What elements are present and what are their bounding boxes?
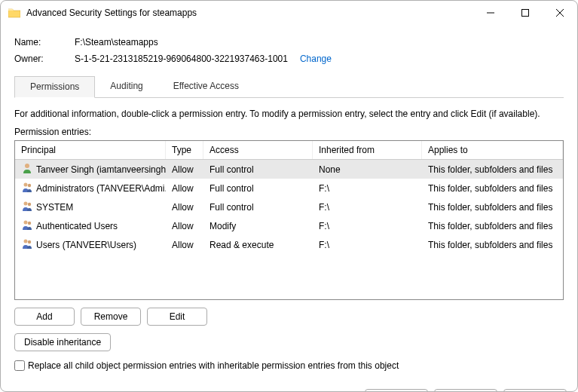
cell-type: Allow bbox=[166, 180, 203, 196]
svg-point-1 bbox=[25, 164, 29, 168]
cell-type: Allow bbox=[166, 161, 203, 177]
minimize-button[interactable] bbox=[473, 1, 508, 25]
window-controls bbox=[473, 1, 577, 25]
col-applies[interactable]: Applies to bbox=[422, 141, 563, 159]
user-icon bbox=[21, 181, 33, 195]
svg-point-8 bbox=[24, 240, 28, 243]
cell-inherited: F:\ bbox=[313, 199, 422, 215]
col-principal[interactable]: Principal bbox=[15, 141, 166, 159]
name-value: F:\Steam\steamapps bbox=[75, 37, 564, 47]
cell-principal: SYSTEM bbox=[15, 199, 166, 215]
cell-principal: Tanveer Singh (iamtanveersingh... bbox=[15, 161, 166, 177]
cell-principal: Users (TANVEER\Users) bbox=[15, 237, 166, 253]
cell-type: Allow bbox=[166, 199, 203, 215]
info-panel: Name: F:\Steam\steamapps Owner: S-1-5-21… bbox=[14, 37, 564, 64]
col-inherited[interactable]: Inherited from bbox=[313, 141, 422, 159]
table-row[interactable]: Administrators (TANVEER\Admi...AllowFull… bbox=[15, 179, 563, 198]
cell-applies: This folder, subfolders and files bbox=[422, 199, 563, 215]
col-access[interactable]: Access bbox=[203, 141, 313, 159]
principal-text: SYSTEM bbox=[36, 202, 73, 213]
svg-point-5 bbox=[28, 203, 31, 206]
cell-access: Modify bbox=[203, 218, 313, 234]
principal-text: Administrators (TANVEER\Admi... bbox=[36, 183, 166, 194]
add-button[interactable]: Add bbox=[14, 308, 75, 326]
cancel-button[interactable]: Cancel bbox=[434, 389, 497, 392]
svg-point-7 bbox=[28, 222, 31, 225]
cell-principal: Authenticated Users bbox=[15, 218, 166, 234]
tab-bar: Permissions Auditing Effective Access bbox=[14, 76, 564, 98]
table-empty-area bbox=[15, 254, 563, 299]
table-row[interactable]: Users (TANVEER\Users)AllowRead & execute… bbox=[15, 235, 563, 254]
change-owner-link[interactable]: Change bbox=[300, 54, 332, 64]
principal-text: Users (TANVEER\Users) bbox=[36, 240, 136, 250]
window-title: Advanced Security Settings for steamapps bbox=[26, 8, 473, 18]
permission-entries-table: Principal Type Access Inherited from App… bbox=[14, 140, 564, 300]
replace-child-label: Replace all child object permission entr… bbox=[28, 360, 399, 371]
svg-point-3 bbox=[28, 184, 31, 187]
cell-type: Allow bbox=[166, 218, 203, 234]
cell-access: Full control bbox=[203, 199, 313, 215]
cell-applies: This folder, subfolders and files bbox=[422, 161, 563, 177]
cell-principal: Administrators (TANVEER\Admi... bbox=[15, 180, 166, 196]
table-row[interactable]: Authenticated UsersAllowModifyF:\This fo… bbox=[15, 216, 563, 235]
cell-type: Allow bbox=[166, 237, 203, 253]
tab-auditing[interactable]: Auditing bbox=[95, 76, 157, 97]
cell-applies: This folder, subfolders and files bbox=[422, 180, 563, 196]
user-icon bbox=[21, 237, 33, 252]
svg-point-6 bbox=[24, 221, 28, 225]
folder-icon bbox=[8, 8, 20, 18]
cell-inherited: F:\ bbox=[313, 237, 422, 253]
replace-child-checkbox[interactable] bbox=[14, 360, 25, 371]
cell-access: Full control bbox=[203, 180, 313, 196]
col-type[interactable]: Type bbox=[166, 141, 203, 159]
tab-effective-access[interactable]: Effective Access bbox=[158, 76, 254, 97]
dialog-footer: OK Cancel Apply bbox=[1, 381, 577, 392]
ok-button[interactable]: OK bbox=[365, 389, 428, 392]
svg-point-9 bbox=[28, 240, 31, 243]
titlebar: Advanced Security Settings for steamapps bbox=[1, 1, 577, 25]
table-row[interactable]: Tanveer Singh (iamtanveersingh...AllowFu… bbox=[15, 160, 563, 179]
owner-value: S-1-5-21-2313185219-969064800-3221937463… bbox=[75, 54, 288, 64]
table-header: Principal Type Access Inherited from App… bbox=[15, 141, 563, 160]
user-icon bbox=[21, 200, 33, 214]
user-icon bbox=[21, 162, 33, 176]
remove-button[interactable]: Remove bbox=[81, 308, 141, 326]
cell-inherited: F:\ bbox=[313, 218, 422, 234]
principal-text: Authenticated Users bbox=[36, 221, 118, 231]
disable-inheritance-button[interactable]: Disable inheritance bbox=[14, 333, 111, 351]
cell-access: Read & execute bbox=[203, 237, 313, 253]
tab-permissions[interactable]: Permissions bbox=[14, 76, 95, 98]
help-text: For additional information, double-click… bbox=[14, 109, 564, 119]
cell-inherited: None bbox=[313, 161, 422, 177]
table-row[interactable]: SYSTEMAllowFull controlF:\This folder, s… bbox=[15, 198, 563, 216]
close-button[interactable] bbox=[543, 1, 577, 25]
maximize-button[interactable] bbox=[508, 1, 543, 25]
name-label: Name: bbox=[14, 37, 75, 47]
permission-entries-label: Permission entries: bbox=[14, 127, 564, 137]
svg-point-2 bbox=[24, 183, 28, 187]
apply-button[interactable]: Apply bbox=[503, 389, 567, 392]
svg-point-4 bbox=[24, 202, 28, 206]
cell-inherited: F:\ bbox=[313, 180, 422, 196]
table-body: Tanveer Singh (iamtanveersingh...AllowFu… bbox=[15, 160, 563, 254]
edit-button[interactable]: Edit bbox=[147, 308, 207, 326]
cell-applies: This folder, subfolders and files bbox=[422, 237, 563, 253]
svg-rect-0 bbox=[522, 10, 529, 17]
owner-label: Owner: bbox=[14, 54, 75, 64]
user-icon bbox=[21, 219, 33, 233]
cell-applies: This folder, subfolders and files bbox=[422, 218, 563, 234]
principal-text: Tanveer Singh (iamtanveersingh... bbox=[36, 164, 166, 175]
cell-access: Full control bbox=[203, 161, 313, 177]
